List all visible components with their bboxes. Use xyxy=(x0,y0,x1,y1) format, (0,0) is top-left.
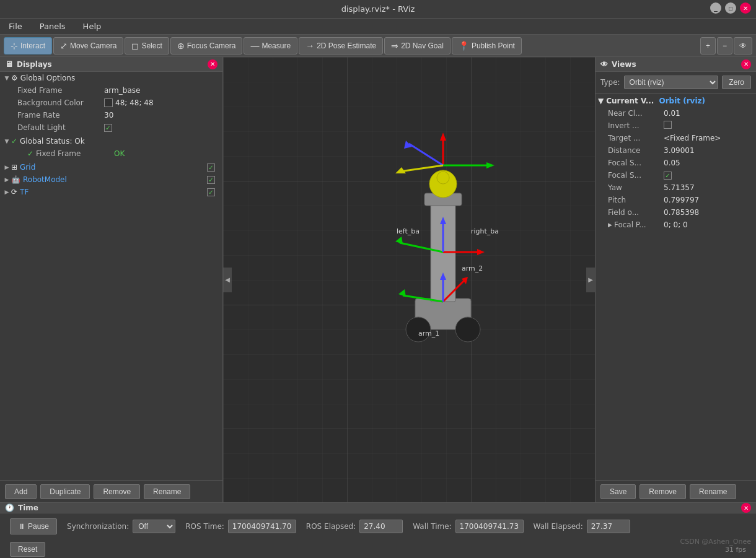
fixed-frame-name: Fixed Frame xyxy=(17,86,104,95)
menu-panels[interactable]: Panels xyxy=(36,20,69,32)
menu-file[interactable]: File xyxy=(5,20,26,32)
global-options-expand[interactable]: ▼ xyxy=(2,74,11,82)
add-toolbar-btn[interactable]: + xyxy=(700,37,716,54)
view-focal-p-value: 0; 0; 0 xyxy=(664,220,754,229)
robot-model-expand[interactable]: ▶ xyxy=(2,175,11,184)
view-pitch-row[interactable]: Pitch 0.799797 xyxy=(596,194,756,206)
pose-estimate-icon: → xyxy=(305,41,314,51)
interact-icon: ⊹ xyxy=(11,41,18,51)
duplicate-display-btn[interactable]: Duplicate xyxy=(40,484,90,499)
remove-view-btn[interactable]: Remove xyxy=(640,484,686,499)
wall-time-label: Wall Time: xyxy=(413,522,451,531)
wall-elapsed-value: 27.37 xyxy=(587,520,630,533)
measure-btn[interactable]: — Measure xyxy=(244,37,297,54)
reset-btn[interactable]: Reset xyxy=(10,542,45,557)
wall-time-value: 1700409741.73 xyxy=(455,520,524,533)
ros-elapsed-value: 27.40 xyxy=(359,520,403,533)
view-invert-checkbox[interactable] xyxy=(664,121,672,129)
view-yaw-value: 5.71357 xyxy=(664,183,754,192)
interact-btn[interactable]: ⊹ Interact xyxy=(4,37,52,54)
fixed-frame-prop[interactable]: Fixed Frame arm_base xyxy=(0,84,222,97)
view-focal-p-row[interactable]: ▶ Focal P... 0; 0; 0 xyxy=(596,219,756,231)
publish-point-btn[interactable]: 📍 Publish Point xyxy=(452,37,522,54)
tf-checkbox[interactable]: ✓ xyxy=(207,188,215,196)
current-view-expand[interactable]: ▼ xyxy=(598,97,604,105)
svg-line-13 xyxy=(409,144,443,165)
grid-row[interactable]: ▶ ⊞ Grid ✓ xyxy=(0,161,222,173)
view-yaw-row[interactable]: Yaw 5.71357 xyxy=(596,181,756,194)
viewport-left-arrow[interactable]: ◀ xyxy=(223,268,232,292)
frame-rate-prop[interactable]: Frame Rate 30 xyxy=(0,109,222,121)
remove-display-btn[interactable]: Remove xyxy=(94,484,140,499)
titlebar: display.rviz* - RViz _ □ ✕ xyxy=(0,0,756,19)
view-target-name: Target ... xyxy=(608,134,664,142)
displays-panel-header: 🖥 Displays ✕ xyxy=(0,57,222,72)
robot-model-row[interactable]: ▶ 🤖 RobotModel ✓ xyxy=(0,173,222,186)
minimize-btn[interactable]: _ xyxy=(710,2,721,14)
view-target-row[interactable]: Target ... <Fixed Frame> xyxy=(596,132,756,144)
view-near-clip-row[interactable]: Near Cl... 0.01 xyxy=(596,107,756,120)
svg-point-4 xyxy=(455,317,480,342)
grid-checkbox[interactable]: ✓ xyxy=(207,163,215,172)
views-panel-header: 👁 Views ✕ xyxy=(596,57,756,72)
global-status-expand[interactable]: ▼ xyxy=(2,137,11,146)
view-focal-s2-row[interactable]: Focal S... ✓ xyxy=(596,169,756,181)
pause-btn[interactable]: ⏸ Pause xyxy=(10,518,57,534)
default-light-prop[interactable]: Default Light ✓ xyxy=(0,121,222,134)
frame-rate-value: 30 xyxy=(104,111,220,120)
sync-select[interactable]: Off Exact Approx xyxy=(133,520,175,533)
view-focal-s2-name: Focal S... xyxy=(608,171,664,180)
time-close-btn[interactable]: ✕ xyxy=(741,503,751,513)
close-btn[interactable]: ✕ xyxy=(740,2,751,14)
viewport[interactable]: right_ba left_ba arm_2 arm_1 ◀ ▶ xyxy=(223,57,595,502)
move-camera-btn[interactable]: ⤢ Move Camera xyxy=(53,37,123,54)
select-btn[interactable]: ◻ Select xyxy=(125,37,169,54)
global-status-fixed-frame-prop[interactable]: ✓ Fixed Frame OK xyxy=(0,147,222,160)
view-focal-s2-checkbox[interactable]: ✓ xyxy=(664,172,672,180)
grid-expand[interactable]: ▶ xyxy=(2,163,11,172)
pose-estimate-label: 2D Pose Estimate xyxy=(317,41,376,50)
view-fov-value: 0.785398 xyxy=(664,208,754,217)
view-focal-p-expand[interactable]: ▶ Focal P... xyxy=(608,220,664,229)
save-view-btn[interactable]: Save xyxy=(600,484,636,499)
view-fov-name: Field o... xyxy=(608,208,664,217)
global-status-icon: ✓ xyxy=(11,137,17,146)
rename-display-btn[interactable]: Rename xyxy=(144,484,190,499)
focus-camera-btn[interactable]: ⊕ Focus Camera xyxy=(170,37,243,54)
eye-toolbar-btn[interactable]: 👁 xyxy=(734,37,752,54)
view-invert-row[interactable]: Invert ... xyxy=(596,120,756,132)
default-light-checkbox[interactable]: ✓ xyxy=(104,124,112,132)
views-close-btn[interactable]: ✕ xyxy=(741,59,751,69)
rename-view-btn[interactable]: Rename xyxy=(690,484,736,499)
current-view-header[interactable]: ▼ Current V... Orbit (rviz) xyxy=(596,95,756,107)
background-color-swatch xyxy=(104,98,113,107)
maximize-btn[interactable]: □ xyxy=(725,2,736,14)
displays-close-btn[interactable]: ✕ xyxy=(208,59,218,69)
pose-estimate-btn[interactable]: → 2D Pose Estimate xyxy=(299,37,383,54)
measure-label: Measure xyxy=(262,41,291,50)
svg-text:arm_2: arm_2 xyxy=(462,264,483,272)
view-distance-row[interactable]: Distance 3.09001 xyxy=(596,144,756,157)
robot-model-checkbox[interactable]: ✓ xyxy=(207,176,215,184)
views-panel-title: 👁 Views xyxy=(600,60,636,69)
global-status-row[interactable]: ▼ ✓ Global Status: Ok xyxy=(0,135,222,147)
background-color-prop[interactable]: Background Color 48; 48; 48 xyxy=(0,97,222,109)
views-zero-btn[interactable]: Zero xyxy=(722,76,751,89)
add-display-btn[interactable]: Add xyxy=(5,484,37,499)
view-fov-row[interactable]: Field o... 0.785398 xyxy=(596,206,756,219)
remove-toolbar-btn[interactable]: − xyxy=(717,37,732,54)
view-focal-s1-row[interactable]: Focal S... 0.05 xyxy=(596,157,756,169)
tf-expand[interactable]: ▶ xyxy=(2,188,11,196)
nav-goal-btn[interactable]: ⇒ 2D Nav Goal xyxy=(384,37,451,54)
pause-label: Pause xyxy=(28,522,49,531)
viewport-right-arrow[interactable]: ▶ xyxy=(586,268,595,292)
global-options-row[interactable]: ▼ ⚙ Global Options xyxy=(0,72,222,84)
menu-help[interactable]: Help xyxy=(79,20,105,32)
time-panel: 🕐 Time ✕ ⏸ Pause Synchronization: Off Ex… xyxy=(0,502,756,558)
tf-row[interactable]: ▶ ⟳ TF ✓ xyxy=(0,186,222,198)
grid-icon: ⊞ xyxy=(11,163,17,172)
move-camera-icon: ⤢ xyxy=(60,41,68,51)
displays-footer: Add Duplicate Remove Rename xyxy=(0,480,222,502)
focus-camera-label: Focus Camera xyxy=(187,41,236,50)
views-type-select[interactable]: Orbit (rviz) xyxy=(624,76,719,89)
